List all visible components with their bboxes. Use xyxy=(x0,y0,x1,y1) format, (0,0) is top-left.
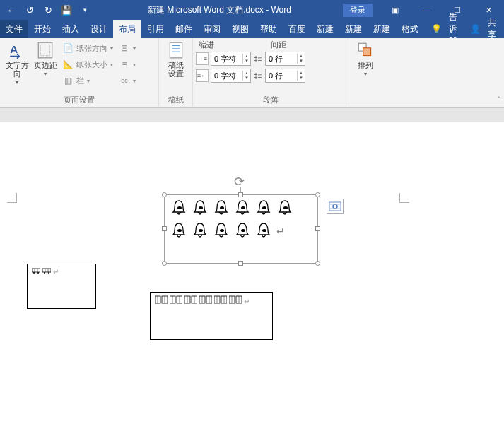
group-label-paragraph: 段落 xyxy=(196,94,345,107)
text-direction-icon: A xyxy=(8,41,26,59)
bell-icon xyxy=(255,222,272,240)
books-icon xyxy=(199,295,212,304)
svg-point-9 xyxy=(177,206,182,209)
collapse-ribbon-icon[interactable]: ˆ xyxy=(498,96,500,104)
resize-handle[interactable] xyxy=(238,192,243,197)
paragraph-mark-icon: ↵ xyxy=(53,268,59,276)
tab-view[interactable]: 视图 xyxy=(226,20,254,38)
group-paragraph: 缩进间距 →≡ ▲▼ ‡≡ ▲▼ ≡← ▲▼ ‡≡ ▲▼ 段落 xyxy=(193,38,348,107)
orientation-button[interactable]: 📄纸张方向▾ xyxy=(62,41,113,55)
qat-dropdown-icon[interactable]: ▾ xyxy=(76,1,93,18)
text-box[interactable]: ↵ xyxy=(150,292,273,340)
margins-button[interactable]: 页边距 ▾ xyxy=(31,40,59,77)
indent-left-icon: →≡ xyxy=(196,52,209,65)
tab-layout[interactable]: 布局 xyxy=(113,20,141,38)
group-page-setup: A 文字方向 ▾ 页边距 ▾ 📄纸张方向▾ 📐纸张大小▾ ▥栏▾ ⊟▾ ≡▾ b… xyxy=(0,38,159,107)
arrange-button[interactable]: 排列 ▾ xyxy=(351,40,380,77)
arrange-icon xyxy=(356,41,375,59)
bell-icon xyxy=(255,199,272,218)
manuscript-button[interactable]: 稿纸 设置 xyxy=(162,40,189,78)
bell-icon xyxy=(276,199,293,218)
save-icon[interactable]: 💾 xyxy=(58,1,75,18)
svg-point-18 xyxy=(241,229,245,232)
ribbon: A 文字方向 ▾ 页边距 ▾ 📄纸张方向▾ 📐纸张大小▾ ▥栏▾ ⊟▾ ≡▾ b… xyxy=(0,38,504,107)
undo-icon[interactable]: ↺ xyxy=(21,1,38,18)
tab-format[interactable]: 格式 xyxy=(396,20,424,38)
indent-left-input[interactable]: ▲▼ xyxy=(211,52,251,66)
corner-mark xyxy=(399,193,409,203)
svg-point-29 xyxy=(44,272,45,274)
resize-handle[interactable] xyxy=(315,261,320,266)
size-button[interactable]: 📐纸张大小▾ xyxy=(62,57,113,71)
document-area[interactable]: ⟳ xyxy=(0,107,504,439)
tab-new3[interactable]: 新建 xyxy=(368,20,396,38)
size-icon: 📐 xyxy=(62,59,74,69)
tab-references[interactable]: 引用 xyxy=(141,20,170,38)
paragraph-mark-icon: ↵ xyxy=(276,226,285,237)
resize-handle[interactable] xyxy=(315,226,320,231)
resize-handle[interactable] xyxy=(162,226,167,231)
tab-baidu[interactable]: 百度 xyxy=(283,20,311,38)
tab-new2[interactable]: 新建 xyxy=(339,20,368,38)
orientation-icon: 📄 xyxy=(62,43,74,53)
back-icon[interactable]: ← xyxy=(3,1,20,18)
space-before-input[interactable]: ▲▼ xyxy=(265,52,305,66)
tab-insert[interactable]: 插入 xyxy=(57,20,85,38)
tab-home[interactable]: 开始 xyxy=(28,20,57,38)
svg-rect-3 xyxy=(170,42,182,58)
svg-rect-20 xyxy=(329,202,341,211)
breaks-button[interactable]: ⊟▾ xyxy=(119,41,136,55)
tab-design[interactable]: 设计 xyxy=(85,20,113,38)
svg-text:A: A xyxy=(10,43,18,55)
redo-icon[interactable]: ↻ xyxy=(40,1,57,18)
page[interactable]: ⟳ xyxy=(0,122,504,439)
columns-icon: ▥ xyxy=(62,76,74,86)
login-button[interactable]: 登录 xyxy=(343,4,373,17)
paragraph-mark-icon: ↵ xyxy=(244,298,250,305)
share-icon: 👤 xyxy=(470,24,481,34)
svg-point-11 xyxy=(220,206,224,209)
minimize-icon[interactable]: — xyxy=(411,0,442,20)
books-icon xyxy=(184,295,197,304)
indent-right-input[interactable]: ▲▼ xyxy=(211,69,251,83)
books-icon xyxy=(214,295,227,304)
hyphenation-button[interactable]: bc▾ xyxy=(119,74,136,88)
rotate-handle-icon[interactable]: ⟳ xyxy=(234,174,248,188)
svg-rect-28 xyxy=(42,269,51,272)
ruler-gap xyxy=(0,108,504,122)
indent-right-icon: ≡← xyxy=(196,69,209,82)
columns-button[interactable]: ▥栏▾ xyxy=(62,74,113,88)
resize-handle[interactable] xyxy=(238,261,243,266)
bell-icon xyxy=(170,222,187,240)
tab-file[interactable]: 文件 xyxy=(0,20,28,38)
tab-help[interactable]: 帮助 xyxy=(254,20,283,38)
resize-handle[interactable] xyxy=(315,192,320,197)
resize-handle[interactable] xyxy=(162,261,167,266)
svg-rect-2 xyxy=(41,45,50,55)
hyphenation-icon: bc xyxy=(119,76,130,86)
tab-review[interactable]: 审阅 xyxy=(198,20,226,38)
text-direction-button[interactable]: A 文字方向 ▾ xyxy=(3,40,31,86)
svg-point-15 xyxy=(177,229,182,232)
line-numbers-button[interactable]: ≡▾ xyxy=(119,57,136,71)
bell-icon xyxy=(192,222,209,240)
tab-mailings[interactable]: 邮件 xyxy=(170,20,198,38)
margins-icon xyxy=(36,41,54,59)
svg-point-25 xyxy=(37,272,39,274)
text-box[interactable]: ↵ xyxy=(27,264,96,309)
svg-point-12 xyxy=(241,206,245,209)
selected-text-box[interactable]: ⟳ xyxy=(164,194,318,264)
ribbon-display-icon[interactable]: ▣ xyxy=(380,0,411,20)
tab-new1[interactable]: 新建 xyxy=(311,20,339,38)
quick-access-toolbar: ← ↺ ↻ 💾 ▾ xyxy=(0,1,96,18)
resize-handle[interactable] xyxy=(162,192,167,197)
space-before-icon: ‡≡ xyxy=(253,55,263,63)
group-label-page-setup: 页面设置 xyxy=(3,94,156,107)
document-title: 新建 Microsoft Word 文档.docx - Word xyxy=(96,4,343,16)
chevron-down-icon: ▾ xyxy=(44,71,47,77)
layout-options-button[interactable] xyxy=(327,199,344,214)
space-after-input[interactable]: ▲▼ xyxy=(265,69,305,83)
group-label-manuscript: 稿纸 xyxy=(162,94,189,107)
svg-rect-8 xyxy=(363,48,371,56)
share-button[interactable]: 共享 xyxy=(488,17,497,41)
